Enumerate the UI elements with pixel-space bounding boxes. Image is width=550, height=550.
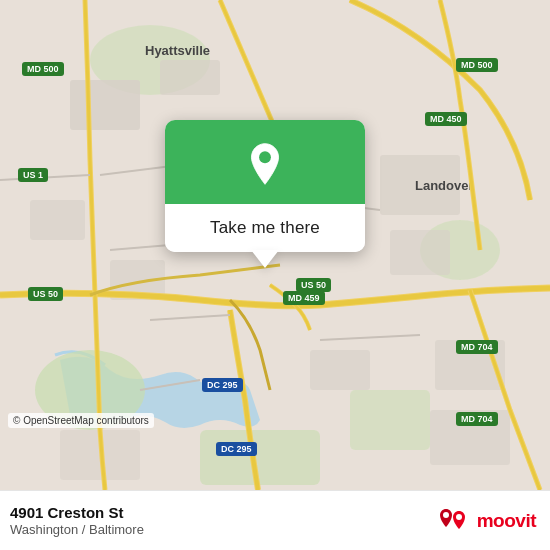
city-line: Washington / Baltimore [10, 522, 144, 537]
badge-dc295-lower: DC 295 [216, 442, 257, 456]
svg-rect-13 [310, 350, 370, 390]
badge-us1: US 1 [18, 168, 48, 182]
moovit-logo: moovit [437, 507, 536, 535]
svg-text:Landover: Landover [415, 178, 474, 193]
svg-rect-9 [390, 230, 450, 275]
svg-rect-7 [160, 60, 220, 95]
bottom-bar: 4901 Creston St Washington / Baltimore m… [0, 490, 550, 550]
take-me-there-button[interactable]: Take me there [165, 204, 365, 252]
popup-card: Take me there [165, 120, 365, 252]
moovit-text: moovit [477, 510, 536, 532]
badge-us50-right: US 50 [296, 278, 331, 292]
svg-text:Hyattsville: Hyattsville [145, 43, 210, 58]
badge-dc295-upper: DC 295 [202, 378, 243, 392]
svg-rect-2 [200, 430, 320, 485]
svg-rect-4 [350, 390, 430, 450]
badge-md704-upper: MD 704 [456, 340, 498, 354]
badge-us50-left: US 50 [28, 287, 63, 301]
location-pin-icon [243, 142, 287, 186]
address-block: 4901 Creston St Washington / Baltimore [10, 504, 144, 537]
svg-point-29 [443, 512, 449, 518]
svg-point-28 [259, 151, 271, 163]
map-container: Hyattsville Landover [0, 0, 550, 490]
svg-rect-6 [70, 80, 140, 130]
svg-rect-10 [30, 200, 85, 240]
badge-md459: MD 459 [283, 291, 325, 305]
popup-header [165, 120, 365, 204]
badge-md704-lower: MD 704 [456, 412, 498, 426]
moovit-pins-icon [437, 507, 471, 535]
badge-md500-right: MD 500 [456, 58, 498, 72]
svg-point-30 [456, 514, 462, 520]
address-line: 4901 Creston St [10, 504, 144, 521]
badge-md500: MD 500 [22, 62, 64, 76]
badge-md450: MD 450 [425, 112, 467, 126]
copyright-text: © OpenStreetMap contributors [8, 413, 154, 428]
